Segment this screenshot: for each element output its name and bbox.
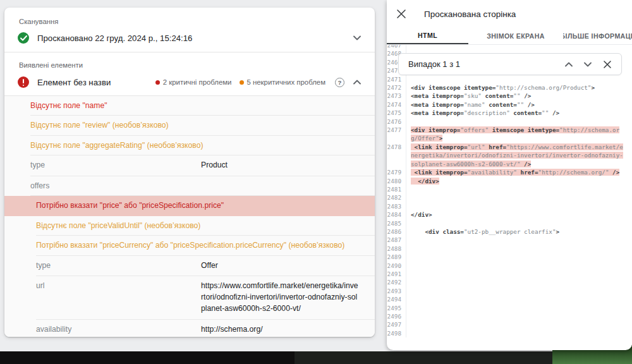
field-value: Offer <box>201 260 360 271</box>
code-line: 2491 <box>387 270 632 278</box>
code-line: 2474<meta itemprop="name" content="" /> <box>387 100 632 109</box>
field-value: https://www.comfortlife.market/energetik… <box>201 280 360 315</box>
tab-more-info[interactable]: БІЛЬШЕ ІНФОРМАЦІЇ <box>563 28 632 44</box>
issue-text: Відсутнє поле "priceValidUntil" (необов’… <box>36 221 200 231</box>
issue-row[interactable]: Потрібно вказати "price" або "priceSpeci… <box>4 196 375 215</box>
issue-text: Відсутнє поле "aggregateRating" (необов’… <box>30 140 204 150</box>
elements-section-label: Виявлені елементи <box>4 52 375 69</box>
panel-tabs: HTML ЗНІМОК ЕКРАНА БІЛЬШЕ ІНФОРМАЦІЇ <box>387 28 632 45</box>
code-line: 2494 <box>387 295 632 303</box>
scan-results-card: Сканування Проскановано 22 груд. 2024 р.… <box>4 8 375 337</box>
code-line: 2475<meta itemprop="description" content… <box>387 109 632 117</box>
code-line: 2488 <box>387 245 632 253</box>
code-line: 2482 <box>387 193 632 202</box>
code-line: 2471 <box>387 75 632 83</box>
code-lines: 246724682469247024712472<div itemscope i… <box>387 45 632 337</box>
issue-row[interactable]: Потрібно вказати "priceCurrency" або "pr… <box>4 236 375 255</box>
code-viewer[interactable]: 246724682469247024712472<div itemscope i… <box>387 45 632 350</box>
match-count-label: Випадок 1 з 1 <box>408 59 554 69</box>
code-line: 2479 <link itemprop="availability" href=… <box>387 168 632 176</box>
scan-section-label: Сканування <box>4 8 375 25</box>
code-line: 2493 <box>387 287 632 295</box>
panel-header: Просканована сторінка <box>387 0 632 28</box>
code-line: 2480 </div> <box>387 177 632 185</box>
issue-text: Потрібно вказати "price" або "priceSpeci… <box>36 200 224 210</box>
issue-text: Відсутнє поле "name" <box>30 100 107 111</box>
code-line: 2478 <link itemprop="url" href="https://… <box>387 143 632 168</box>
code-line: 2473<meta itemprop="sku" content="" /> <box>387 92 632 100</box>
crawled-page-panel: Просканована сторінка HTML ЗНІМОК ЕКРАНА… <box>387 0 632 350</box>
field-label: offers <box>30 181 201 191</box>
field-value: Product <box>201 159 360 171</box>
warning-dot-icon <box>240 80 244 85</box>
issue-row[interactable]: Відсутнє поле "priceValidUntil" (необов’… <box>4 216 375 236</box>
code-line: 2495 <box>387 304 632 312</box>
field-label: availability <box>36 324 201 334</box>
next-match-icon[interactable] <box>584 62 592 67</box>
field-label: url <box>36 281 201 291</box>
chevron-down-icon[interactable] <box>353 35 361 40</box>
scan-status-row[interactable]: Проскановано 22 груд. 2024 р., 15:24:16 <box>4 25 375 52</box>
noncritical-issues-badge: 5 некритичних проблем <box>240 78 326 86</box>
match-navigator: Випадок 1 з 1 <box>398 53 622 75</box>
field-value: http://schema.org/ <box>201 324 360 335</box>
code-line: 2497 <box>387 320 632 329</box>
issue-text: Потрібно вказати "priceCurrency" або "pr… <box>36 240 344 250</box>
code-line: 2498 <box>387 329 632 337</box>
tab-html[interactable]: HTML <box>387 28 468 44</box>
field-row: typeOffer <box>4 256 375 276</box>
scan-status-text: Проскановано 22 груд. 2024 р., 15:24:16 <box>37 33 344 43</box>
field-row: urlhttps://www.comfortlife.market/energe… <box>4 276 375 320</box>
code-line: 2496 <box>387 312 632 320</box>
code-line: 2483 <box>387 202 632 210</box>
close-search-icon[interactable] <box>603 60 612 69</box>
code-line: 2467 <box>387 45 632 49</box>
taskbar-segment-left <box>0 351 295 364</box>
error-icon <box>18 76 29 88</box>
code-line: 2472<div itemscope itemtype="http://sche… <box>387 83 632 92</box>
field-label: type <box>36 260 201 270</box>
code-line: 2484</div> <box>387 210 632 219</box>
help-icon[interactable]: ? <box>335 78 344 87</box>
element-details-list: Відсутнє поле "name"Відсутнє поле "revie… <box>4 95 375 337</box>
field-row: offers <box>4 176 375 196</box>
code-line: 2487 <box>387 236 632 244</box>
code-line: 2481 <box>387 185 632 193</box>
critical-issues-badge: 2 критичні проблеми <box>155 78 232 86</box>
code-line: 2492 <box>387 278 632 286</box>
tab-screenshot[interactable]: ЗНІМОК ЕКРАНА <box>468 28 563 44</box>
element-header-row[interactable]: Елемент без назви 2 критичні проблеми 5 … <box>4 69 375 95</box>
code-line: 2486 <div class="ut2-pb__wrapper clearfi… <box>387 228 632 236</box>
issue-text: Відсутнє поле "review" (необов’язково) <box>30 120 169 130</box>
close-icon[interactable] <box>396 9 406 19</box>
code-line: 2477<div itemprop="offers" itemscope ite… <box>387 126 632 143</box>
field-row: typeProduct <box>4 155 375 176</box>
code-line: 2476 <box>387 118 632 126</box>
field-label: type <box>30 160 201 170</box>
code-line: 2485 <box>387 219 632 228</box>
element-title: Елемент без назви <box>37 78 148 87</box>
panel-title: Просканована сторінка <box>424 9 516 19</box>
chevron-up-icon[interactable] <box>353 80 361 85</box>
code-line: 2490 <box>387 262 632 270</box>
code-line: 2489 <box>387 253 632 261</box>
critical-dot-icon <box>155 80 160 85</box>
success-check-icon <box>18 32 29 44</box>
issue-row[interactable]: Відсутнє поле "aggregateRating" (необов’… <box>4 136 375 155</box>
field-row: availabilityhttp://schema.org/ <box>4 320 375 337</box>
issue-row[interactable]: Відсутнє поле "review" (необов’язково) <box>4 116 375 135</box>
previous-match-icon[interactable] <box>565 62 573 67</box>
issue-row[interactable]: Відсутнє поле "name" <box>4 96 375 116</box>
